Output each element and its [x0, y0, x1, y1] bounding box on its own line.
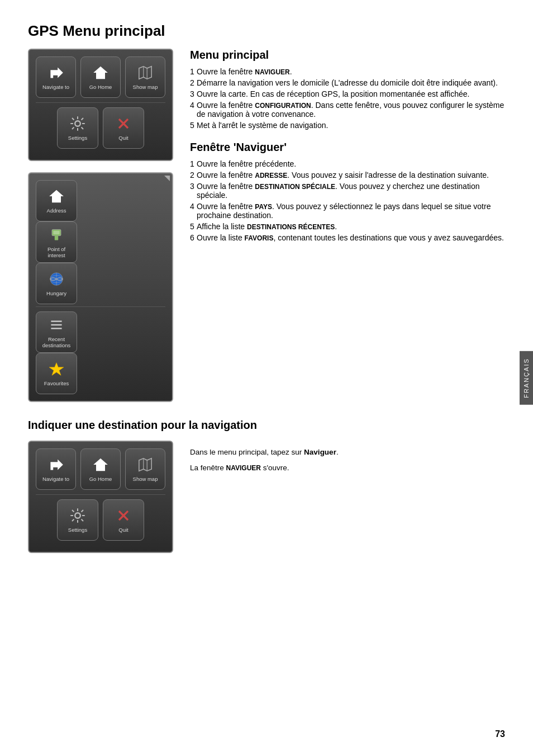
page-number: 73 — [495, 729, 505, 739]
menu-item-4: 4 Ouvre la fenêtre Configuration. Dans c… — [190, 101, 505, 119]
btn-row-1: Navigate to Go Home Show map — [36, 56, 165, 98]
poi-label: Point ofinterest — [47, 246, 65, 259]
gps-screen-2: Address Point ofinterest — [28, 172, 173, 402]
show-map-button-1[interactable]: Show map — [125, 56, 165, 98]
svg-point-22 — [75, 513, 80, 518]
svg-point-4 — [75, 121, 80, 126]
fenetre-item-6: 6 Ouvre la liste Favoris, contenant tout… — [190, 233, 505, 242]
menu-item-5: 5 Met à l'arrêt le système de navigation… — [190, 121, 505, 130]
corner-indicator — [164, 176, 170, 181]
indiquer-text-2: La fenêtre Naviguer s'ouvre. — [190, 462, 505, 474]
hungary-button[interactable]: Hungary — [36, 263, 77, 304]
gps-screen-3: Navigate to Go Home Show map — [28, 441, 173, 553]
quit-button-3[interactable]: Quit — [103, 499, 144, 541]
navigate-to-button-1[interactable]: Navigate to — [36, 56, 76, 98]
svg-marker-17 — [49, 363, 64, 375]
show-map-button-3[interactable]: Show map — [125, 448, 165, 490]
side-tab: FRANÇAIS — [520, 351, 533, 405]
settings-button-1[interactable]: Settings — [57, 107, 98, 149]
svg-marker-0 — [50, 68, 63, 78]
fenetre-heading: Fenêtre 'Naviguer' — [190, 141, 505, 154]
nav-btn-row-2: Recent destinations Favourites — [36, 311, 165, 394]
recent-destinations-label: Recent destinations — [36, 336, 77, 349]
bottom-right-text: Dans le menu principal, tapez sur Navigu… — [190, 441, 505, 553]
settings-label-3: Settings — [68, 527, 87, 533]
favourites-label: Favourites — [44, 380, 69, 386]
svg-rect-9 — [53, 230, 59, 234]
settings-button-3[interactable]: Settings — [57, 499, 98, 541]
svg-marker-1 — [93, 67, 108, 79]
quit-label-1: Quit — [118, 135, 128, 141]
show-map-label-1: Show map — [133, 84, 158, 90]
nav-btn-row-1: Address Point ofinterest — [36, 180, 165, 304]
screen3-btn-row-2: Settings Quit — [36, 499, 165, 541]
fenetre-item-2: 2 Ouvre la fenêtre Adresse. Vous pouvez … — [190, 171, 505, 179]
recent-destinations-button[interactable]: Recent destinations — [36, 311, 77, 353]
naviguer-small-caps: Naviguer — [226, 464, 261, 472]
show-map-label-3: Show map — [133, 476, 158, 482]
menu-item-2: 2 Démarre la navigation vers le domicile… — [190, 78, 505, 87]
quit-button-1[interactable]: Quit — [103, 107, 144, 149]
bottom-layout: Navigate to Go Home Show map — [28, 441, 505, 553]
go-home-button-3[interactable]: Go Home — [80, 448, 121, 490]
bottom-section: Indiquer une destination pour la navigat… — [28, 419, 505, 553]
fenetre-item-1: 1 Ouvre la fenêtre précédente. — [190, 159, 505, 168]
go-home-button-1[interactable]: Go Home — [80, 56, 121, 98]
svg-marker-19 — [93, 459, 108, 471]
poi-button[interactable]: Point ofinterest — [36, 221, 77, 263]
svg-rect-10 — [55, 235, 58, 240]
menu-principal-heading: Menu principal — [190, 49, 505, 62]
svg-marker-7 — [49, 190, 64, 202]
indiquer-text-1: Dans le menu principal, tapez sur Navigu… — [190, 446, 505, 459]
menu-item-3: 3 Ouvre la carte. En cas de réception GP… — [190, 89, 505, 98]
gps-screen-1: Navigate to Go Home Show map — [28, 49, 173, 161]
right-column: Menu principal 1 Ouvre la fenêtre Navigu… — [190, 49, 505, 402]
fenetre-item-5: 5 Affiche la liste Destinations Récentes… — [190, 222, 505, 231]
btn-row-2: Settings Quit — [36, 107, 165, 149]
fenetre-item-3: 3 Ouvre la fenêtre Destination Spéciale.… — [190, 182, 505, 200]
naviguer-bold: Naviguer — [304, 448, 336, 456]
address-label: Address — [47, 207, 66, 214]
navigate-to-label-1: Navigate to — [42, 84, 69, 90]
navigate-to-label-3: Navigate to — [42, 476, 69, 482]
go-home-label-1: Go Home — [89, 84, 112, 90]
left-column: Navigate to Go Home Show map — [28, 49, 173, 402]
screen3-btn-row-1: Navigate to Go Home Show map — [36, 448, 165, 490]
main-section: Navigate to Go Home Show map — [28, 49, 505, 402]
fenetre-item-4: 4 Ouvre la fenêtre Pays. Vous pouvez y s… — [190, 202, 505, 220]
quit-label-3: Quit — [118, 527, 128, 533]
settings-label-1: Settings — [68, 135, 87, 141]
hungary-label: Hungary — [46, 290, 66, 296]
svg-marker-18 — [50, 460, 63, 470]
go-home-label-3: Go Home — [89, 476, 112, 482]
page-title: GPS Menu principal — [28, 22, 505, 40]
favourites-button[interactable]: Favourites — [36, 353, 77, 394]
address-button[interactable]: Address — [36, 180, 77, 221]
indiquer-heading: Indiquer une destination pour la navigat… — [28, 419, 505, 432]
navigate-to-button-3[interactable]: Navigate to — [36, 448, 76, 490]
menu-item-1: 1 Ouvre la fenêtre Naviguer. — [190, 67, 505, 76]
